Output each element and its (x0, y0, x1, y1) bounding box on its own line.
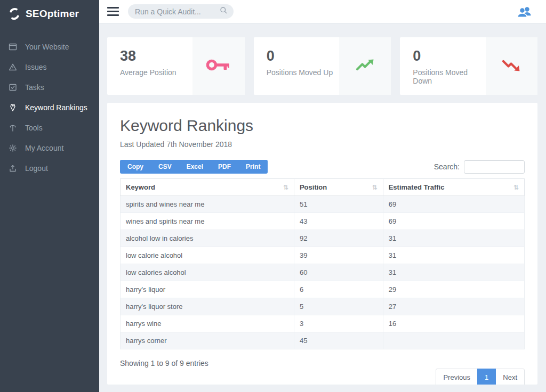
table-row: wines and spirits near me 43 69 (121, 213, 525, 230)
table-row: harrys corner 45 (121, 332, 525, 349)
card-value: 0 (267, 48, 339, 64)
table-row: low calories alcohol 60 31 (121, 264, 525, 281)
cell-traffic (383, 332, 524, 349)
cell-traffic: 69 (383, 213, 524, 230)
keyword-rankings-panel: Keyword Rankings Last Updated 7th Novemb… (107, 103, 537, 385)
topbar (99, 0, 546, 23)
logo: SEOptimer (0, 0, 99, 29)
cell-position: 51 (294, 196, 383, 213)
card-value: 38 (120, 48, 192, 64)
keyword-rankings-table: Keyword⇅ Position⇅ Estimated Traffic⇅ (120, 178, 525, 349)
table-row: harry's liquor store 5 27 (121, 298, 525, 315)
cell-keyword: alcohol low in calories (121, 230, 294, 247)
quick-audit-input[interactable] (134, 7, 220, 17)
cell-traffic: 31 (383, 230, 524, 247)
quick-audit-search (128, 4, 234, 19)
cell-traffic: 29 (383, 281, 524, 298)
cell-keyword: spirits and wines near me (121, 196, 294, 213)
csv-button[interactable]: CSV (151, 160, 179, 174)
cell-position: 60 (294, 264, 383, 281)
print-button[interactable]: Print (238, 160, 268, 174)
column-header-estimated-traffic[interactable]: Estimated Traffic⇅ (383, 179, 524, 196)
table-row: harrys wine 3 16 (121, 315, 525, 332)
key-icon (206, 56, 231, 76)
table-search-input[interactable] (464, 160, 525, 174)
export-button-group: Copy CSV Excel PDF Print (120, 160, 268, 174)
cell-position: 45 (294, 332, 383, 349)
card-positions-moved-down: 0 Positions Moved Down (400, 37, 537, 95)
page-title: Keyword Rankings (120, 117, 525, 135)
column-header-position[interactable]: Position⇅ (294, 179, 383, 196)
table-header-row: Keyword⇅ Position⇅ Estimated Traffic⇅ (121, 179, 525, 196)
table-row: harry's liquor 6 29 (121, 281, 525, 298)
sidebar-item-label: Logout (25, 164, 48, 173)
sort-icon[interactable]: ⇅ (283, 184, 288, 191)
card-label: Positions Moved Down (413, 68, 485, 85)
cell-position: 43 (294, 213, 383, 230)
sidebar-item-keyword-rankings[interactable]: Keyword Rankings (0, 97, 99, 118)
cell-position: 5 (294, 298, 383, 315)
card-label: Positions Moved Up (267, 68, 339, 77)
cell-keyword: low calorie alcohol (121, 247, 294, 264)
window-icon (8, 43, 18, 51)
tag-icon (8, 103, 18, 112)
excel-button[interactable]: Excel (179, 160, 211, 174)
column-header-keyword[interactable]: Keyword⇅ (121, 179, 294, 196)
table-row: alcohol low in calories 92 31 (121, 230, 525, 247)
cell-position: 92 (294, 230, 383, 247)
table-search: Search: (434, 160, 525, 174)
sidebar-item-label: Issues (25, 63, 46, 71)
cell-position: 6 (294, 281, 383, 298)
sort-icon[interactable]: ⇅ (513, 184, 519, 191)
trend-up-icon (356, 58, 375, 75)
cell-traffic: 69 (383, 196, 524, 213)
warning-triangle-icon (8, 63, 18, 71)
table-row: low calorie alcohol 39 31 (121, 247, 525, 264)
gear-icon (8, 144, 18, 152)
cell-keyword: harrys corner (121, 332, 294, 349)
table-row: spirits and wines near me 51 69 (121, 196, 525, 213)
users-icon[interactable] (516, 5, 532, 18)
cell-traffic: 31 (383, 247, 524, 264)
card-positions-moved-up: 0 Positions Moved Up (254, 37, 391, 95)
search-label: Search: (434, 162, 460, 171)
cell-traffic: 31 (383, 264, 524, 281)
sidebar-nav: Your Website Issues Tasks (0, 37, 99, 178)
sidebar-item-issues[interactable]: Issues (0, 57, 99, 77)
previous-page-button[interactable]: Previous (436, 369, 478, 385)
page-1-button[interactable]: 1 (477, 369, 496, 385)
cell-position: 39 (294, 247, 383, 264)
cell-traffic: 27 (383, 298, 524, 315)
sidebar-item-label: My Account (25, 144, 63, 152)
cell-keyword: harry's liquor (121, 281, 294, 298)
sidebar-item-tools[interactable]: Tools (0, 118, 99, 138)
sidebar-item-your-website[interactable]: Your Website (0, 37, 99, 57)
table-footer: Showing 1 to 9 of 9 entries Previous 1 N… (120, 356, 525, 385)
pagination: Previous 1 Next (436, 369, 525, 385)
next-page-button[interactable]: Next (495, 369, 525, 385)
cell-keyword: low calories alcohol (121, 264, 294, 281)
content: 38 Average Position (99, 23, 546, 392)
checkbox-check-icon (8, 83, 18, 92)
card-average-position: 38 Average Position (107, 37, 245, 95)
card-value: 0 (413, 48, 485, 64)
last-updated-text: Last Updated 7th November 2018 (120, 140, 525, 149)
sidebar-item-label: Keyword Rankings (25, 103, 87, 112)
app-window: SEOptimer Your Website Issues (0, 0, 546, 392)
search-icon (220, 6, 228, 17)
sidebar: SEOptimer Your Website Issues (0, 0, 99, 392)
menu-icon[interactable] (107, 7, 119, 16)
sidebar-item-label: Tasks (25, 83, 44, 92)
copy-button[interactable]: Copy (120, 160, 151, 174)
showing-entries-text: Showing 1 to 9 of 9 entries (120, 359, 208, 368)
sort-icon[interactable]: ⇅ (372, 184, 378, 191)
table-toolbar: Copy CSV Excel PDF Print Search: (120, 160, 525, 174)
stat-cards: 38 Average Position (107, 37, 537, 95)
logout-icon (8, 164, 18, 173)
sidebar-item-tasks[interactable]: Tasks (0, 77, 99, 97)
pdf-button[interactable]: PDF (211, 160, 238, 174)
cell-keyword: harrys wine (121, 315, 294, 332)
sidebar-item-my-account[interactable]: My Account (0, 138, 99, 158)
sidebar-item-label: Your Website (25, 43, 69, 51)
sidebar-item-logout[interactable]: Logout (0, 158, 99, 178)
